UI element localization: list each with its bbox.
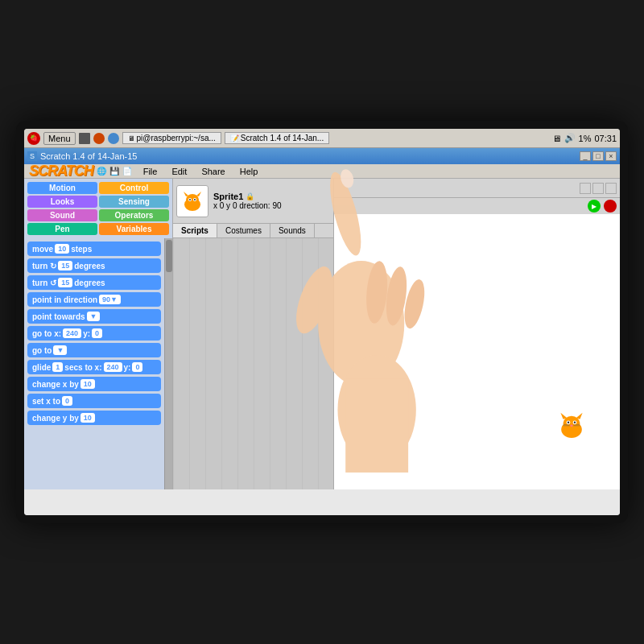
block-change-y-value: 10 [80, 413, 95, 423]
block-point-towards[interactable]: point towards ▼ [27, 309, 161, 324]
network-icon: 🖥 [552, 134, 561, 143]
category-pen[interactable]: Pen [27, 223, 97, 235]
zoom-btn2[interactable] [592, 183, 604, 194]
block-turn-right[interactable]: turn ↻ 15 degrees [27, 258, 161, 273]
taskbar-right: 🖥 🔊 1% 07:31 [552, 133, 617, 143]
zoom-btn1[interactable] [580, 183, 591, 194]
taskbar: 🍓 Menu 🖥 pi@raspberrypi:~/sa... 📝 Scratc… [24, 129, 620, 148]
block-set-x[interactable]: set x to 0 [27, 394, 161, 408]
close-button[interactable]: × [605, 151, 617, 161]
block-set-x-value: 0 [62, 396, 72, 406]
scratch-main: Motion Control Looks Sensing Sound Opera… [24, 179, 620, 489]
block-towards-value: ▼ [87, 312, 101, 321]
category-control[interactable]: Control [99, 182, 169, 194]
svg-point-6 [189, 199, 191, 200]
block-goto-target: ▼ [53, 345, 67, 355]
menu-label: Menu [48, 134, 71, 143]
sprite-cat-thumbnail [180, 188, 205, 214]
block-turn-left-value: 15 [58, 278, 72, 287]
scratch-title-icon: S [27, 151, 37, 161]
terminal-window-button[interactable]: 🖥 pi@raspberrypi:~/sa... [122, 132, 221, 144]
stage-buttons [580, 183, 617, 194]
sprite-direction: 90 [272, 201, 281, 210]
sprite-details: Sprite1 🔒 x 0 y 0 drection: 90 [213, 192, 282, 210]
block-move-value: 10 [55, 244, 69, 254]
sprite-info: Sprite1 🔒 x 0 y 0 drection: 90 [173, 179, 333, 224]
block-change-x[interactable]: change x by 10 [27, 377, 161, 391]
monitor: 🍓 Menu 🖥 pi@raspberrypi:~/sa... 📝 Scratc… [16, 121, 628, 523]
block-glide[interactable]: glide 1 secs to x: 240 y: 0 [27, 360, 161, 374]
sprite-coords: x 0 y 0 drection: 90 [213, 201, 282, 210]
block-goto[interactable]: go to ▼ [27, 343, 161, 357]
tab-costumes[interactable]: Costumes [217, 224, 270, 237]
category-looks[interactable]: Looks [27, 196, 97, 208]
block-turn-right-value: 15 [58, 261, 72, 270]
svg-marker-2 [184, 192, 188, 196]
blocks-panel: Motion Control Looks Sensing Sound Opera… [24, 179, 173, 489]
clock: 07:31 [594, 134, 617, 143]
block-glide-x: 240 [104, 362, 122, 372]
stage-cat-sprite [555, 409, 588, 441]
taskbar-icon1 [79, 133, 90, 144]
block-glide-secs: 1 [52, 362, 63, 372]
category-bar: Motion Control Looks Sensing Sound Opera… [24, 179, 172, 238]
scratch-logo: SCRATCH [29, 163, 93, 180]
tab-scripts[interactable]: Scripts [173, 224, 217, 237]
block-change-y[interactable]: change y by 10 [27, 411, 161, 425]
category-sensing[interactable]: Sensing [99, 196, 169, 208]
block-point-direction[interactable]: point in direction 90▼ [27, 292, 161, 307]
category-variables[interactable]: Variables [99, 223, 169, 235]
block-change-x-value: 10 [80, 379, 95, 389]
svg-marker-11 [576, 413, 583, 419]
battery-label: 1% [579, 134, 592, 143]
svg-point-15 [574, 422, 576, 423]
menu-button[interactable]: Menu [43, 132, 76, 145]
sprite-x: 0 [220, 201, 225, 210]
block-goto-xy[interactable]: go to x: 240 y: 0 [27, 326, 161, 341]
stage-panel: ▶ [334, 179, 620, 489]
scratch-icon2: 💾 [109, 167, 119, 175]
block-turn-left[interactable]: turn ↺ 15 degrees [27, 275, 161, 290]
block-move[interactable]: move 10 steps [27, 242, 161, 256]
sprite-name: Sprite1 [213, 192, 243, 201]
minimize-button[interactable]: _ [580, 151, 591, 161]
blocks-content: move 10 steps turn ↻ 15 degrees turn ↺ 1… [24, 238, 172, 489]
scratch-logo-area: SCRATCH 🌐 💾 📄 [29, 163, 132, 180]
maximize-button[interactable]: □ [592, 151, 604, 161]
menu-file[interactable]: File [140, 166, 161, 177]
blocks-scrollbar[interactable] [164, 238, 172, 489]
category-motion[interactable]: Motion [27, 182, 97, 194]
script-tabs: Scripts Costumes Sounds [173, 224, 333, 238]
svg-point-16 [570, 425, 572, 427]
svg-point-14 [568, 422, 569, 423]
stage-controls [334, 179, 620, 198]
sprite-y: 0 [233, 201, 237, 210]
block-direction-value: 90▼ [99, 295, 121, 304]
lock-icon: 🔒 [246, 192, 254, 200]
menu-share[interactable]: Share [198, 166, 228, 177]
scratch-icon3: 📄 [122, 167, 132, 175]
window-controls: _ □ × [580, 151, 617, 161]
category-operators[interactable]: Operators [99, 209, 169, 221]
svg-marker-10 [560, 413, 567, 419]
screen: 🍓 Menu 🖥 pi@raspberrypi:~/sa... 📝 Scratc… [24, 129, 620, 515]
blocks-scrollthumb[interactable] [166, 240, 172, 272]
green-flag-button[interactable]: ▶ [588, 200, 601, 213]
sprite-panel: Sprite1 🔒 x 0 y 0 drection: 90 [173, 179, 334, 489]
svg-marker-3 [196, 192, 201, 196]
scratch-window: S Scratch 1.4 of 14-Jan-15 _ □ × SCRATCH… [24, 148, 620, 515]
block-glide-y: 0 [132, 362, 142, 372]
menu-help[interactable]: Help [237, 166, 262, 177]
fullscreen-btn[interactable] [605, 183, 617, 194]
volume-icon: 🔊 [564, 133, 576, 143]
scripts-area[interactable] [173, 238, 333, 489]
taskbar-icon2 [93, 133, 105, 144]
scratch-window-button[interactable]: 📝 Scratch 1.4 of 14-Jan... [225, 132, 329, 144]
menu-edit[interactable]: Edit [168, 166, 190, 177]
category-sound[interactable]: Sound [27, 209, 97, 221]
menubar: SCRATCH 🌐 💾 📄 File Edit Share Help [24, 164, 620, 179]
stop-button[interactable] [604, 200, 617, 213]
terminal-label: pi@raspberrypi:~/sa... [137, 134, 216, 142]
block-goto-x: 240 [63, 328, 81, 338]
tab-sounds[interactable]: Sounds [270, 224, 315, 237]
